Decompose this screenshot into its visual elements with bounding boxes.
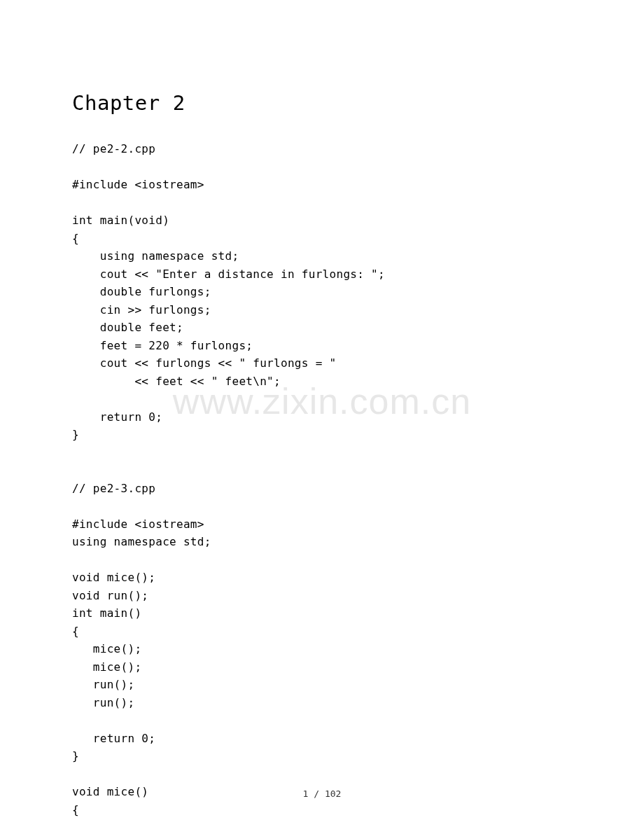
code-block: // pe2-2.cpp #include <iostream> int mai… [72, 140, 572, 819]
document-page: Chapter 2 // pe2-2.cpp #include <iostrea… [0, 0, 644, 819]
chapter-heading: Chapter 2 [72, 91, 572, 115]
